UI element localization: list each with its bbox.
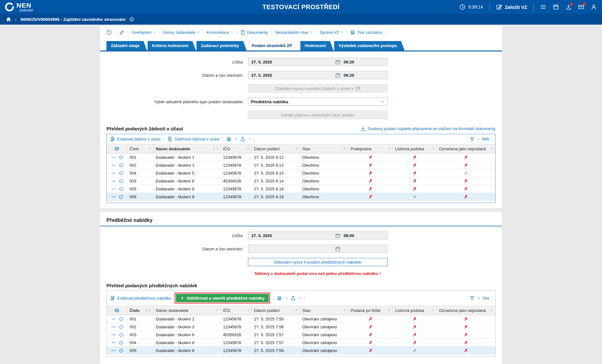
table-row[interactable]: 004 Dodavatel - školení 8 12345678 27. 5… xyxy=(107,339,495,347)
table-row[interactable]: 006 Dodavatel - školení 8 12345678 27. 5… xyxy=(107,193,495,201)
view-selector[interactable]: Vše xyxy=(482,296,489,301)
submission-type-select[interactable]: Předběžná nabídka xyxy=(248,98,388,106)
filter-caret-icon[interactable]: ▽ xyxy=(295,147,298,150)
view-selector[interactable]: MW xyxy=(482,137,489,141)
table-row[interactable]: 001 Dodavatel - školení 2 12345678 27. 5… xyxy=(107,315,495,323)
toolbar-item-dokumenty[interactable]: Dokumenty xyxy=(240,30,268,35)
column-header-listinna[interactable]: Listinná podoba ▽ xyxy=(393,306,437,315)
filter-icon[interactable] xyxy=(470,137,475,142)
pencil-icon[interactable] xyxy=(119,30,124,35)
filter-icon[interactable] xyxy=(470,295,475,301)
toolbar-item-nestandardni-stav[interactable]: Nestandardní stav ▽ xyxy=(275,30,312,35)
column-header-nazev[interactable]: Název dodavatele ↑ ▽ xyxy=(154,144,221,153)
tab-zakladni-udaje[interactable]: Základní údaje xyxy=(106,41,147,51)
select-column-header[interactable] xyxy=(107,306,127,315)
toolbar-item-sprava-vz[interactable]: Správa VZ ▽ xyxy=(320,30,343,35)
chevron-down-icon[interactable]: ▽ xyxy=(249,138,251,140)
table-row[interactable]: 002 Dodavatel - školení 3 12345678 27. 5… xyxy=(107,323,495,331)
calendar-icon[interactable] xyxy=(335,73,340,78)
submission-files-link[interactable]: Soubory podání najdete připravené ke sta… xyxy=(360,126,496,131)
row-menu-icon[interactable] xyxy=(111,163,116,168)
info-icon[interactable] xyxy=(119,348,123,353)
chevron-down-icon[interactable]: ▽ xyxy=(235,138,237,140)
register-offer-button[interactable]: Evidovat předběžnou nabídku xyxy=(110,295,172,301)
info-icon[interactable] xyxy=(119,194,123,199)
column-header-nazev[interactable]: Název dodavatele ▽ xyxy=(154,306,221,315)
print-icon[interactable] xyxy=(277,295,282,301)
row-menu-icon[interactable] xyxy=(111,155,116,160)
column-header-stav[interactable]: Stav ▽ xyxy=(300,144,348,153)
preliminary-deadline-field[interactable]: 27. 5. 2025 08:00 xyxy=(248,231,388,240)
toolbar-item-tisk-zaznamu[interactable]: Tisk záznamu xyxy=(350,30,382,35)
filter-caret-icon[interactable]: ▽ xyxy=(216,147,218,150)
row-menu-icon[interactable] xyxy=(111,332,116,337)
row-menu-icon[interactable] xyxy=(111,325,116,329)
tab-hodnoceni[interactable]: Hodnocení xyxy=(300,41,334,51)
info-icon[interactable] xyxy=(119,155,123,160)
row-menu-icon[interactable] xyxy=(111,340,116,345)
filter-caret-icon[interactable]: ▽ xyxy=(247,147,249,150)
column-header-stav[interactable]: Stav ▽ xyxy=(300,306,348,315)
history-icon[interactable] xyxy=(106,30,112,35)
filter-caret-icon[interactable]: ▽ xyxy=(388,147,390,150)
toolbar-item-uverejneni[interactable]: Uveřejnění ▽ xyxy=(132,30,155,35)
column-header-cislo[interactable]: Číslo ↑ ▽ xyxy=(127,306,154,315)
filter-caret-icon[interactable]: ▽ xyxy=(295,309,298,312)
column-header-datum[interactable]: Datum podání ▽ xyxy=(252,144,300,153)
row-menu-icon[interactable] xyxy=(111,317,116,321)
user-icon[interactable] xyxy=(591,4,597,10)
mail-icon[interactable] xyxy=(578,4,584,10)
row-menu-icon[interactable] xyxy=(111,179,116,183)
nen-logo[interactable]: NEN Zadavatel xyxy=(5,2,33,12)
calendar-icon[interactable] xyxy=(553,4,559,10)
table-row[interactable]: 001 Dodavatel - školení 2 12345678 27. 5… xyxy=(107,153,495,161)
info-icon[interactable] xyxy=(119,332,123,337)
filter-caret-icon[interactable]: ▽ xyxy=(247,309,249,312)
chevron-down-icon[interactable]: ▽ xyxy=(478,138,479,140)
column-header-listinna[interactable]: Listinná podoba ▽ xyxy=(393,144,437,153)
table-row[interactable]: 003 Dodavatel - školení 6 45359326 27. 5… xyxy=(107,177,495,185)
toolbar-item-ukony-zadavatele[interactable]: Úkony zadavatele ▽ xyxy=(163,30,199,35)
filter-caret-icon[interactable]: ▽ xyxy=(432,309,434,312)
row-menu-icon[interactable] xyxy=(111,187,116,191)
info-icon[interactable] xyxy=(119,317,123,321)
close-icon[interactable] xyxy=(129,17,134,22)
download-icon[interactable] xyxy=(565,4,572,10)
select-column-header[interactable] xyxy=(107,144,127,153)
download-requests-button[interactable]: Stáhnout žádosti o účast xyxy=(167,136,219,142)
export-icon[interactable] xyxy=(291,295,296,301)
filter-caret-icon[interactable]: ▽ xyxy=(149,147,151,150)
column-header-ico[interactable]: IČO ▽ xyxy=(221,144,252,153)
row-menu-icon[interactable] xyxy=(111,171,116,176)
filter-caret-icon[interactable]: ▽ xyxy=(344,147,346,150)
table-row[interactable]: 004 Dodavatel - školení 5 12345678 27. 5… xyxy=(107,169,495,177)
column-header-nepodana[interactable]: Označena jako nepodaná ▽ xyxy=(437,306,495,315)
column-header-cislo[interactable]: Číslo ▽ xyxy=(127,144,154,153)
toolbar-item-komunikace[interactable]: Komunikace ▽ xyxy=(207,30,233,35)
row-menu-icon[interactable] xyxy=(111,348,116,353)
opening-datetime-field[interactable]: 27. 5. 2025 06:20 xyxy=(248,71,388,79)
filter-caret-icon[interactable]: ▽ xyxy=(344,309,346,312)
filter-caret-icon[interactable]: ▽ xyxy=(149,309,151,312)
calendar-icon[interactable] xyxy=(335,233,340,238)
tab-vysledek-zadavaciho-postupu[interactable]: Výsledek zadávacího postupu xyxy=(334,41,405,51)
info-icon[interactable] xyxy=(119,163,123,168)
tab-zadavaci-podminky[interactable]: Zadávací podmínky xyxy=(196,41,247,51)
menu-icon[interactable] xyxy=(540,4,546,10)
register-request-button[interactable]: Evidovat žádost o účast xyxy=(110,136,160,142)
info-icon[interactable] xyxy=(119,187,123,191)
preliminary-opening-field[interactable] xyxy=(248,245,388,253)
chevron-down-icon[interactable]: ▽ xyxy=(286,297,287,300)
deadline-datetime-field[interactable]: 27. 5. 2025 06:20 xyxy=(248,58,388,66)
table-row[interactable]: 002 Dodavatel - školení 3 12345678 27. 5… xyxy=(107,161,495,169)
column-header-nepodana[interactable]: Označena jako nepodaná ▽ xyxy=(437,144,495,153)
filter-caret-icon[interactable]: ▽ xyxy=(432,147,434,150)
filter-caret-icon[interactable]: ▽ xyxy=(388,309,390,312)
tab-podani-ucastniku-zp[interactable]: Podání účastníků ZP xyxy=(247,41,300,51)
info-icon[interactable] xyxy=(119,325,123,329)
calendar-icon[interactable] xyxy=(335,246,340,252)
filter-caret-icon[interactable]: ▽ xyxy=(216,309,218,312)
next-phase-button[interactable]: Zahájit přípravu následující fáze podání xyxy=(248,111,388,119)
table-row[interactable]: 005 Dodavatel - školení 8 12345678 27. 5… xyxy=(107,347,495,355)
breadcrumb-item[interactable]: N006/25/V00004995 - Zajištění závodního … xyxy=(21,17,125,22)
